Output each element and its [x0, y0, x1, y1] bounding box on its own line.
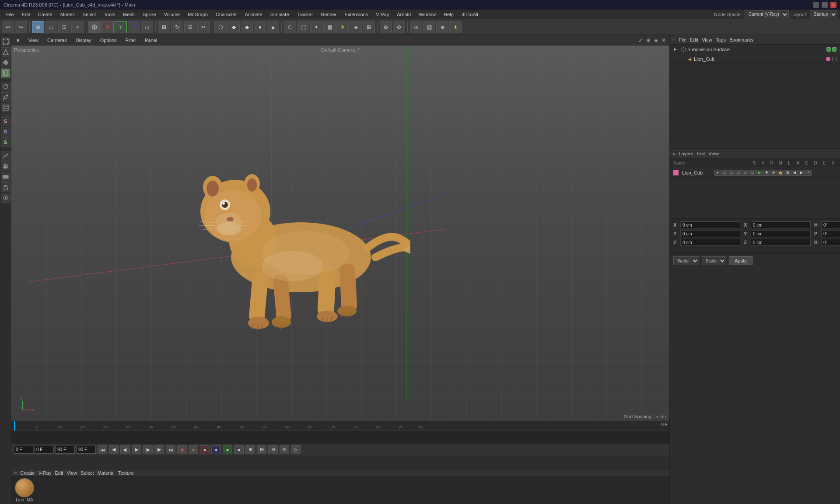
- layers-icon[interactable]: ≡: [672, 151, 675, 156]
- undo-button[interactable]: ↩: [2, 21, 14, 33]
- menu-arnold[interactable]: Arnold: [393, 11, 414, 18]
- render-region-button[interactable]: ⬡: [214, 21, 227, 33]
- record-button[interactable]: ⏺: [177, 445, 187, 454]
- material-item[interactable]: Lion_MA: [15, 478, 34, 502]
- sidebar-paint-btn[interactable]: [1, 151, 10, 161]
- menu-render[interactable]: Render: [317, 11, 340, 18]
- pos-key-button[interactable]: ●: [200, 445, 210, 454]
- mat-view-menu[interactable]: View: [66, 470, 77, 476]
- frame-input-2[interactable]: [35, 446, 54, 454]
- point-key-button[interactable]: ⊞: [245, 445, 255, 454]
- minimize-button[interactable]: —: [813, 2, 819, 8]
- rotate-button[interactable]: ↻: [171, 21, 183, 33]
- layer-deform-btn[interactable]: ✱: [763, 170, 770, 176]
- layer-manager-btn[interactable]: □: [735, 170, 742, 176]
- om-lioncub-cb[interactable]: [832, 57, 836, 61]
- texture-mode-button[interactable]: □: [45, 21, 57, 33]
- close-button[interactable]: ✕: [830, 2, 836, 8]
- layer-gen-btn[interactable]: ▶: [756, 170, 763, 176]
- layer-lock-btn[interactable]: □: [742, 170, 749, 176]
- menu-edit[interactable]: Edit: [18, 11, 34, 18]
- coord-y-input[interactable]: [680, 230, 740, 237]
- coord-x2-input[interactable]: [751, 221, 811, 228]
- sidebar-pen-btn[interactable]: [1, 92, 10, 102]
- om-check-1[interactable]: [826, 47, 831, 52]
- sidebar-lock-btn[interactable]: [1, 182, 10, 192]
- animate-mode-button[interactable]: ○: [71, 21, 84, 33]
- vp-cameras-menu[interactable]: Cameras: [45, 37, 70, 44]
- param-key-button[interactable]: ●: [234, 445, 244, 454]
- sidebar-edges-btn[interactable]: [1, 47, 10, 57]
- menu-create[interactable]: Create: [35, 11, 56, 18]
- layout-select[interactable]: Startup: [810, 10, 837, 18]
- vp-maximize-icon[interactable]: ⤢: [637, 36, 644, 44]
- layer-motion-btn[interactable]: 🔒: [777, 170, 784, 176]
- sidebar-layer-btn[interactable]: [1, 172, 10, 182]
- mat-texture-menu[interactable]: Texture: [118, 470, 134, 476]
- menu-window[interactable]: Window: [415, 11, 439, 18]
- om-lioncub-dot[interactable]: [826, 57, 830, 61]
- layer-track-btn[interactable]: ⊞: [784, 170, 791, 176]
- light-tool-button[interactable]: ☀: [449, 21, 462, 33]
- rot-key-button[interactable]: ●: [211, 445, 221, 454]
- layers-edit-menu[interactable]: Edit: [696, 151, 705, 156]
- play-button[interactable]: ▶: [132, 445, 141, 454]
- layer-solo-btn[interactable]: ●: [714, 170, 721, 176]
- sidebar-s3-btn[interactable]: S: [1, 137, 10, 147]
- z-axis-button[interactable]: Z: [128, 21, 140, 33]
- sidebar-grid-btn[interactable]: [1, 161, 10, 171]
- menu-volume[interactable]: Volume: [161, 11, 184, 18]
- vp-panel-menu[interactable]: Panel: [142, 37, 160, 44]
- menu-select[interactable]: Select: [79, 11, 100, 18]
- filter-button[interactable]: ◈: [436, 21, 448, 33]
- layer-menu-btn[interactable]: ≡: [805, 170, 812, 176]
- mat-edit-menu[interactable]: Edit: [55, 470, 63, 476]
- y-axis-button[interactable]: Y: [115, 21, 127, 33]
- maximize-button[interactable]: □: [822, 2, 828, 8]
- coord-p-input[interactable]: [821, 230, 840, 237]
- coord-y2-input[interactable]: [751, 230, 811, 237]
- om-row-lioncub[interactable]: ◈ Lion_Cub: [670, 54, 840, 64]
- add-object-button[interactable]: ⊞: [363, 21, 375, 33]
- viewport[interactable]: ≡ View Cameras Display Options Filter Pa…: [11, 35, 669, 421]
- material-tag-button[interactable]: ▲: [267, 21, 279, 33]
- mat-material-menu[interactable]: Material: [98, 470, 115, 476]
- auto-key-button[interactable]: ●: [189, 445, 198, 454]
- render-to-picture-button[interactable]: ●: [254, 21, 266, 33]
- coord-h-input[interactable]: [821, 221, 840, 228]
- layer-expr-btn[interactable]: ◈: [770, 170, 777, 176]
- timeline-track[interactable]: [11, 431, 669, 443]
- deformer-button[interactable]: ✦: [310, 21, 322, 33]
- model-mode-button[interactable]: ⊕: [32, 21, 44, 33]
- layers-layers-menu[interactable]: Layers: [679, 151, 693, 156]
- om-bookmarks-menu[interactable]: Bookmarks: [729, 37, 753, 42]
- next-frame-button[interactable]: ▶: [154, 445, 164, 454]
- camera-button[interactable]: ▦: [323, 21, 336, 33]
- coord-x-input[interactable]: [680, 221, 740, 228]
- mat-icon[interactable]: ≡: [14, 470, 17, 476]
- menu-character[interactable]: Character: [212, 11, 240, 18]
- layer-vis-btn[interactable]: □: [721, 170, 728, 176]
- fps-input-2[interactable]: [77, 446, 96, 454]
- snap-button[interactable]: ≋: [410, 21, 422, 33]
- vp-settings-icon[interactable]: ◈: [653, 36, 659, 44]
- preview-button[interactable]: ▷: [291, 445, 301, 454]
- x-axis-button[interactable]: X: [102, 21, 114, 33]
- vp-options-menu[interactable]: Options: [98, 37, 119, 44]
- move-tool-button[interactable]: [88, 21, 101, 33]
- menu-file[interactable]: File: [3, 11, 18, 18]
- layer-anim-btn[interactable]: □: [749, 170, 756, 176]
- grid-button[interactable]: ▧: [423, 21, 435, 33]
- om-file-menu[interactable]: File: [679, 37, 686, 42]
- layer-render-btn[interactable]: □: [728, 170, 735, 176]
- sidebar-star-btn[interactable]: [1, 193, 10, 203]
- menu-3dtall[interactable]: 3DToAll: [458, 11, 482, 18]
- material-thumbnail[interactable]: [15, 478, 34, 497]
- menu-tracker[interactable]: Tracker: [294, 11, 317, 18]
- coord-b-input[interactable]: [821, 239, 840, 246]
- menu-mograph[interactable]: MoGraph: [184, 11, 211, 18]
- transform-button[interactable]: ✂: [197, 21, 210, 33]
- spline-button[interactable]: ◈: [350, 21, 362, 33]
- vp-render-icon[interactable]: ⊕: [645, 36, 651, 44]
- layer-row-lioncub[interactable]: Lion_Cub ● □ □ □ □ □ ▶ ✱ ◈ 🔒 ⊞ ◀: [670, 168, 840, 178]
